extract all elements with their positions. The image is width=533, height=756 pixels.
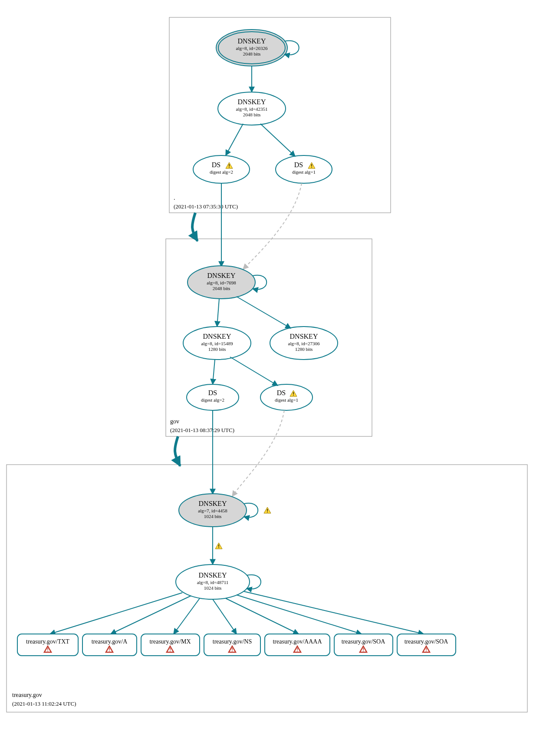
node-treasury-ksk: DNSKEY alg=7, id=4458 1024 bits ! <box>179 494 271 527</box>
svg-rect-41 <box>7 465 527 712</box>
svg-text:DNSKEY: DNSKEY <box>199 571 227 579</box>
svg-text:!: ! <box>169 647 171 652</box>
node-gov-ksk: DNSKEY alg=8, id=7698 2048 bits <box>188 266 266 299</box>
record-row: treasury.gov/TXT ! treasury.gov/A ! trea… <box>17 591 456 656</box>
svg-text:DNSKEY: DNSKEY <box>238 98 266 106</box>
svg-text:treasury.gov/SOA: treasury.gov/SOA <box>405 638 448 645</box>
delegation-gov-treasury <box>175 436 180 466</box>
svg-text:1024 bits: 1024 bits <box>204 514 222 519</box>
record-ns: treasury.gov/NS ! <box>204 634 260 656</box>
svg-text:DS: DS <box>208 389 217 396</box>
edge-rootzsk-ds2 <box>260 124 295 156</box>
svg-text:DNSKEY: DNSKEY <box>199 500 227 507</box>
svg-text:alg=8, id=48711: alg=8, id=48711 <box>197 580 229 585</box>
zone-gov-ts: (2021-01-13 08:37:29 UTC) <box>170 427 234 433</box>
svg-text:alg=8, id=20326: alg=8, id=20326 <box>236 46 268 51</box>
edge-govksk-zsk1 <box>217 299 219 327</box>
svg-text:1280 bits: 1280 bits <box>208 347 226 352</box>
record-soa2: treasury.gov/SOA ! <box>397 634 456 656</box>
svg-text:digest alg=1: digest alg=1 <box>292 169 316 175</box>
node-treasury-zsk: DNSKEY alg=8, id=48711 1024 bits <box>176 565 261 599</box>
svg-text:!: ! <box>47 647 49 652</box>
warning-icon: ! <box>215 543 222 549</box>
edge-govzsk1-ds1 <box>213 360 215 384</box>
record-soa1: treasury.gov/SOA ! <box>334 634 393 656</box>
svg-text:treasury.gov/AAAA: treasury.gov/AAAA <box>273 638 322 645</box>
svg-text:treasury.gov/A: treasury.gov/A <box>92 638 128 645</box>
svg-text:DNSKEY: DNSKEY <box>238 37 266 45</box>
edge-govzsk1-ds2 <box>230 357 278 386</box>
svg-text:DS: DS <box>294 161 303 168</box>
svg-text:DNSKEY: DNSKEY <box>290 333 318 340</box>
svg-text:2048 bits: 2048 bits <box>213 286 230 291</box>
svg-text:1280 bits: 1280 bits <box>295 347 313 352</box>
record-aaaa: treasury.gov/AAAA ! <box>265 634 330 656</box>
svg-text:!: ! <box>296 647 298 652</box>
node-root-ds1: DS digest alg=2 ! <box>193 155 250 183</box>
zone-root-name: . <box>174 195 175 201</box>
svg-text:digest alg=2: digest alg=2 <box>210 169 233 175</box>
svg-text:2048 bits: 2048 bits <box>243 112 261 117</box>
node-root-ksk: DNSKEY alg=8, id=20326 2048 bits <box>216 30 299 66</box>
svg-text:!: ! <box>293 391 294 396</box>
dnssec-graph: . (2021-01-13 07:35:30 UTC) DNSKEY alg=8… <box>0 0 533 756</box>
svg-text:2048 bits: 2048 bits <box>243 51 261 56</box>
svg-text:!: ! <box>266 508 268 513</box>
zone-root-ts: (2021-01-13 07:35:30 UTC) <box>174 203 238 210</box>
record-mx: treasury.gov/MX ! <box>141 634 200 656</box>
warning-icon: ! <box>264 507 271 513</box>
edge-govksk-zsk2 <box>237 297 291 328</box>
edge-rootzsk-ds1 <box>226 124 243 155</box>
svg-text:DNSKEY: DNSKEY <box>207 272 236 279</box>
zone-gov-name: gov <box>170 418 179 425</box>
record-txt: treasury.gov/TXT ! <box>17 634 78 656</box>
svg-text:alg=8, id=15489: alg=8, id=15489 <box>201 341 233 346</box>
svg-text:DNSKEY: DNSKEY <box>203 333 231 340</box>
edge-govds2-treksk <box>232 410 284 496</box>
zone-treasury: treasury.gov (2021-01-13 11:02:24 UTC) D… <box>7 410 527 712</box>
zone-treasury-ts: (2021-01-13 11:02:24 UTC) <box>12 700 76 707</box>
node-root-ds2: DS digest alg=1 ! <box>276 155 332 183</box>
svg-text:treasury.gov/NS: treasury.gov/NS <box>213 638 252 645</box>
svg-text:!: ! <box>109 647 110 652</box>
svg-text:treasury.gov/SOA: treasury.gov/SOA <box>342 638 385 645</box>
svg-text:!: ! <box>231 647 233 652</box>
svg-text:treasury.gov/TXT: treasury.gov/TXT <box>26 638 69 645</box>
zone-treasury-name: treasury.gov <box>12 692 42 698</box>
svg-text:!: ! <box>218 544 220 549</box>
node-gov-zsk2: DNSKEY alg=8, id=27306 1280 bits <box>270 327 338 360</box>
node-root-zsk: DNSKEY alg=8, id=42351 2048 bits <box>218 92 286 125</box>
delegation-root-gov <box>192 213 197 241</box>
svg-text:1024 bits: 1024 bits <box>204 585 222 591</box>
svg-text:digest alg=2: digest alg=2 <box>201 397 224 403</box>
svg-text:alg=8, id=7698: alg=8, id=7698 <box>207 280 236 285</box>
edge-rootds2-govksk <box>243 183 302 269</box>
svg-text:alg=8, id=27306: alg=8, id=27306 <box>288 341 320 346</box>
svg-text:treasury.gov/MX: treasury.gov/MX <box>149 638 191 645</box>
svg-text:!: ! <box>362 647 364 652</box>
svg-text:alg=8, id=42351: alg=8, id=42351 <box>236 106 268 112</box>
node-gov-ds1: DS digest alg=2 <box>187 384 239 410</box>
svg-text:alg=7, id=4458: alg=7, id=4458 <box>198 508 227 513</box>
svg-text:!: ! <box>311 163 313 168</box>
svg-text:DS: DS <box>277 389 286 396</box>
svg-text:DS: DS <box>212 161 220 168</box>
svg-text:!: ! <box>228 163 230 168</box>
svg-text:digest alg=1: digest alg=1 <box>275 397 298 403</box>
node-gov-zsk1: DNSKEY alg=8, id=15489 1280 bits <box>183 327 251 360</box>
zone-root: . (2021-01-13 07:35:30 UTC) DNSKEY alg=8… <box>169 17 391 213</box>
zone-gov: gov (2021-01-13 08:37:29 UTC) DNSKEY alg… <box>166 183 372 436</box>
svg-text:!: ! <box>425 647 427 652</box>
node-gov-ds2: DS digest alg=1 ! <box>260 384 313 410</box>
record-a: treasury.gov/A ! <box>82 634 137 656</box>
